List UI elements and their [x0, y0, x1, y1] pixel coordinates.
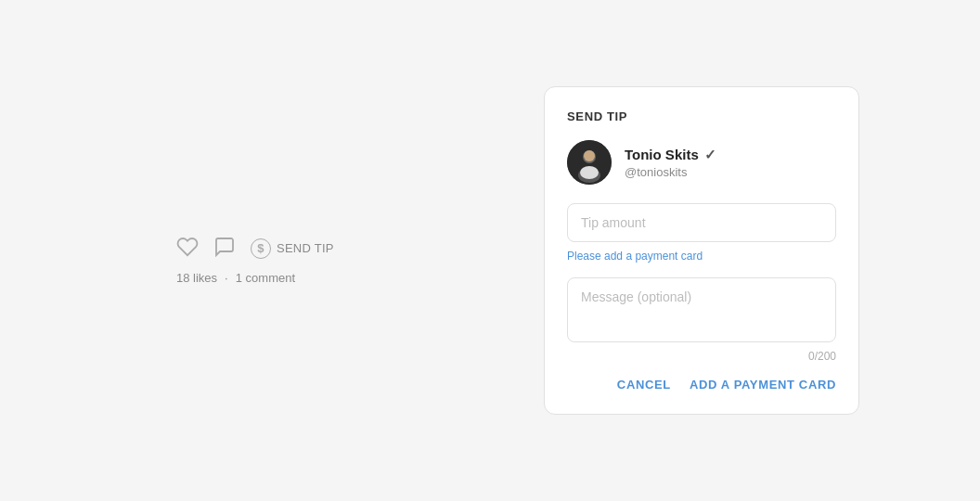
- likes-count: 18: [176, 271, 189, 285]
- action-bar: $ SEND TIP: [176, 236, 334, 262]
- user-name-row: Tonio Skits ✓: [625, 147, 716, 163]
- send-tip-label: SEND TIP: [277, 241, 334, 255]
- svg-point-4: [584, 150, 595, 161]
- comments-count: 1: [236, 271, 242, 285]
- likes-stat: 18 likes: [176, 271, 217, 285]
- payment-warning: Please add a payment card: [567, 250, 836, 263]
- avatar: [567, 140, 612, 185]
- user-details: Tonio Skits ✓ @tonioskits: [625, 147, 716, 179]
- comments-label: comment: [246, 271, 295, 285]
- cancel-button[interactable]: CANCEL: [617, 378, 671, 392]
- add-payment-button[interactable]: ADD A PAYMENT CARD: [690, 378, 836, 392]
- avatar-image: [567, 140, 612, 185]
- page-container: $ SEND TIP 18 likes · 1 comment SEND TIP: [0, 0, 980, 501]
- like-button[interactable]: [176, 236, 199, 262]
- char-count: 0/200: [567, 350, 836, 363]
- username: Tonio Skits: [625, 147, 699, 162]
- message-input[interactable]: [567, 277, 836, 342]
- svg-point-3: [580, 166, 599, 179]
- comments-stat: 1 comment: [236, 271, 295, 285]
- right-section: SEND TIP: [544, 86, 934, 415]
- user-info: Tonio Skits ✓ @tonioskits: [567, 140, 836, 185]
- tip-amount-input[interactable]: [567, 203, 836, 242]
- dot-separator: ·: [225, 271, 228, 285]
- user-handle: @tonioskits: [625, 165, 716, 179]
- send-tip-button[interactable]: $ SEND TIP: [251, 238, 334, 259]
- likes-label: likes: [193, 271, 217, 285]
- comment-button[interactable]: [213, 236, 236, 262]
- post-stats: 18 likes · 1 comment: [176, 271, 295, 285]
- dollar-icon: $: [251, 238, 271, 259]
- card-actions: CANCEL ADD A PAYMENT CARD: [567, 378, 836, 392]
- verified-icon: ✓: [704, 147, 716, 163]
- card-title: SEND TIP: [567, 109, 836, 123]
- send-tip-card: SEND TIP: [544, 86, 859, 415]
- left-section: $ SEND TIP 18 likes · 1 comment: [0, 217, 544, 285]
